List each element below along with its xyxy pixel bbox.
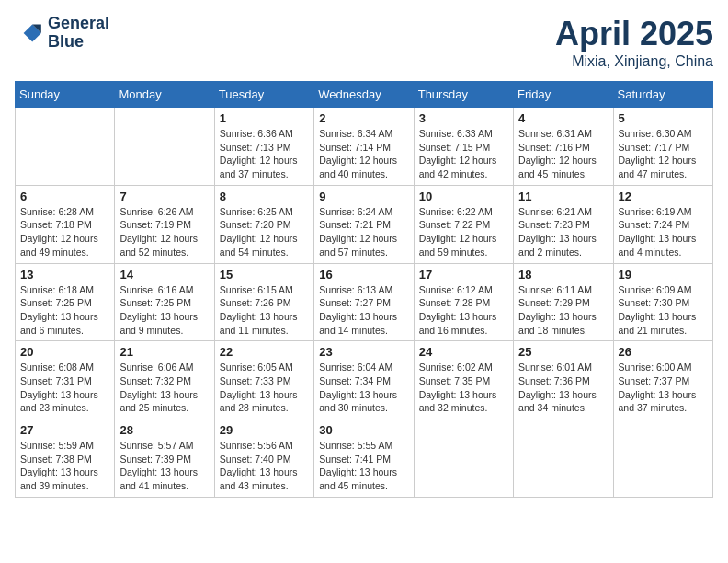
day-detail: Sunrise: 6:04 AMSunset: 7:34 PMDaylight:… <box>319 361 408 415</box>
calendar-cell: 14Sunrise: 6:16 AMSunset: 7:25 PMDayligh… <box>115 263 214 341</box>
day-detail: Sunrise: 6:12 AMSunset: 7:28 PMDaylight:… <box>419 283 508 338</box>
calendar-week-1: 1Sunrise: 6:36 AMSunset: 7:13 PMDaylight… <box>16 108 713 186</box>
calendar-cell: 9Sunrise: 6:24 AMSunset: 7:21 PMDaylight… <box>314 185 414 263</box>
day-number: 3 <box>419 111 508 125</box>
calendar-cell: 3Sunrise: 6:33 AMSunset: 7:15 PMDaylight… <box>414 108 513 186</box>
day-number: 12 <box>619 190 708 203</box>
day-detail: Sunrise: 6:08 AMSunset: 7:31 PMDaylight:… <box>20 361 109 415</box>
logo-text: General Blue <box>48 15 109 52</box>
day-number: 23 <box>319 345 408 359</box>
calendar-cell: 20Sunrise: 6:08 AMSunset: 7:31 PMDayligh… <box>16 341 115 419</box>
day-detail: Sunrise: 5:59 AMSunset: 7:38 PMDaylight:… <box>20 439 109 493</box>
calendar-cell: 4Sunrise: 6:31 AMSunset: 7:16 PMDaylight… <box>514 108 613 186</box>
calendar-cell: 6Sunrise: 6:28 AMSunset: 7:18 PMDaylight… <box>16 185 115 263</box>
day-number: 17 <box>419 268 508 282</box>
day-number: 28 <box>119 423 209 437</box>
day-number: 19 <box>619 268 708 282</box>
calendar-cell: 28Sunrise: 5:57 AMSunset: 7:39 PMDayligh… <box>115 419 214 498</box>
day-detail: Sunrise: 5:55 AMSunset: 7:41 PMDaylight:… <box>319 439 408 493</box>
weekday-saturday: Saturday <box>613 82 712 108</box>
calendar-cell: 1Sunrise: 6:36 AMSunset: 7:13 PMDaylight… <box>214 108 313 186</box>
calendar-cell: 16Sunrise: 6:13 AMSunset: 7:27 PMDayligh… <box>314 263 414 341</box>
day-number: 4 <box>518 111 608 125</box>
day-detail: Sunrise: 5:57 AMSunset: 7:39 PMDaylight:… <box>119 439 209 493</box>
calendar-cell: 13Sunrise: 6:18 AMSunset: 7:25 PMDayligh… <box>16 263 115 341</box>
calendar-cell: 21Sunrise: 6:06 AMSunset: 7:32 PMDayligh… <box>115 341 214 419</box>
day-detail: Sunrise: 6:24 AMSunset: 7:21 PMDaylight:… <box>319 205 408 259</box>
day-detail: Sunrise: 6:21 AMSunset: 7:23 PMDaylight:… <box>518 205 608 259</box>
day-number: 22 <box>220 345 309 359</box>
day-number: 30 <box>319 423 408 437</box>
day-number: 15 <box>220 268 309 282</box>
day-number: 27 <box>20 423 109 437</box>
calendar-week-4: 20Sunrise: 6:08 AMSunset: 7:31 PMDayligh… <box>16 341 713 419</box>
day-number: 9 <box>319 190 408 203</box>
calendar-cell: 27Sunrise: 5:59 AMSunset: 7:38 PMDayligh… <box>16 419 115 498</box>
day-number: 10 <box>419 190 508 203</box>
weekday-tuesday: Tuesday <box>214 82 313 108</box>
calendar-cell <box>414 419 513 498</box>
calendar-cell: 8Sunrise: 6:25 AMSunset: 7:20 PMDaylight… <box>214 185 313 263</box>
day-detail: Sunrise: 6:01 AMSunset: 7:36 PMDaylight:… <box>518 361 608 415</box>
page-header: General Blue April 2025 Mixia, Xinjiang,… <box>15 15 713 70</box>
weekday-monday: Monday <box>115 82 214 108</box>
calendar-cell <box>514 419 613 498</box>
calendar-cell <box>16 108 115 186</box>
day-detail: Sunrise: 6:11 AMSunset: 7:29 PMDaylight:… <box>518 283 608 338</box>
day-number: 2 <box>319 111 408 125</box>
day-detail: Sunrise: 6:36 AMSunset: 7:13 PMDaylight:… <box>220 127 309 181</box>
calendar-cell: 11Sunrise: 6:21 AMSunset: 7:23 PMDayligh… <box>514 185 613 263</box>
logo: General Blue <box>15 15 109 52</box>
title-block: April 2025 Mixia, Xinjiang, China <box>555 15 713 70</box>
calendar-week-3: 13Sunrise: 6:18 AMSunset: 7:25 PMDayligh… <box>16 263 713 341</box>
calendar-table: SundayMondayTuesdayWednesdayThursdayFrid… <box>15 81 713 498</box>
day-detail: Sunrise: 6:34 AMSunset: 7:14 PMDaylight:… <box>319 127 408 181</box>
day-detail: Sunrise: 6:15 AMSunset: 7:26 PMDaylight:… <box>220 283 309 338</box>
calendar-cell: 30Sunrise: 5:55 AMSunset: 7:41 PMDayligh… <box>314 419 414 498</box>
calendar-week-2: 6Sunrise: 6:28 AMSunset: 7:18 PMDaylight… <box>16 185 713 263</box>
weekday-thursday: Thursday <box>414 82 513 108</box>
day-number: 16 <box>319 268 408 282</box>
calendar-cell: 26Sunrise: 6:00 AMSunset: 7:37 PMDayligh… <box>613 341 712 419</box>
weekday-friday: Friday <box>514 82 613 108</box>
calendar-cell: 12Sunrise: 6:19 AMSunset: 7:24 PMDayligh… <box>613 185 712 263</box>
day-number: 6 <box>20 190 109 203</box>
day-number: 14 <box>119 268 209 282</box>
calendar-cell <box>115 108 214 186</box>
calendar-week-5: 27Sunrise: 5:59 AMSunset: 7:38 PMDayligh… <box>16 419 713 498</box>
day-number: 26 <box>619 345 708 359</box>
day-detail: Sunrise: 6:13 AMSunset: 7:27 PMDaylight:… <box>319 283 408 338</box>
calendar-cell: 29Sunrise: 5:56 AMSunset: 7:40 PMDayligh… <box>214 419 313 498</box>
day-detail: Sunrise: 6:30 AMSunset: 7:17 PMDaylight:… <box>619 127 708 181</box>
location-title: Mixia, Xinjiang, China <box>555 53 713 70</box>
weekday-wednesday: Wednesday <box>314 82 414 108</box>
calendar-cell: 15Sunrise: 6:15 AMSunset: 7:26 PMDayligh… <box>214 263 313 341</box>
day-detail: Sunrise: 5:56 AMSunset: 7:40 PMDaylight:… <box>220 439 309 493</box>
day-number: 25 <box>518 345 608 359</box>
day-number: 21 <box>119 345 209 359</box>
day-detail: Sunrise: 6:02 AMSunset: 7:35 PMDaylight:… <box>419 361 508 415</box>
day-number: 11 <box>518 190 608 203</box>
day-detail: Sunrise: 6:00 AMSunset: 7:37 PMDaylight:… <box>619 361 708 415</box>
calendar-cell: 10Sunrise: 6:22 AMSunset: 7:22 PMDayligh… <box>414 185 513 263</box>
calendar-cell: 5Sunrise: 6:30 AMSunset: 7:17 PMDaylight… <box>613 108 712 186</box>
calendar-cell: 18Sunrise: 6:11 AMSunset: 7:29 PMDayligh… <box>514 263 613 341</box>
day-number: 5 <box>619 111 708 125</box>
day-number: 7 <box>119 190 209 203</box>
logo-icon <box>15 18 44 48</box>
day-detail: Sunrise: 6:31 AMSunset: 7:16 PMDaylight:… <box>518 127 608 181</box>
calendar-cell: 7Sunrise: 6:26 AMSunset: 7:19 PMDaylight… <box>115 185 214 263</box>
calendar-cell: 23Sunrise: 6:04 AMSunset: 7:34 PMDayligh… <box>314 341 414 419</box>
day-number: 20 <box>20 345 109 359</box>
calendar-cell: 2Sunrise: 6:34 AMSunset: 7:14 PMDaylight… <box>314 108 414 186</box>
day-detail: Sunrise: 6:18 AMSunset: 7:25 PMDaylight:… <box>20 283 109 338</box>
day-detail: Sunrise: 6:09 AMSunset: 7:30 PMDaylight:… <box>619 283 708 338</box>
day-detail: Sunrise: 6:28 AMSunset: 7:18 PMDaylight:… <box>20 205 109 259</box>
day-detail: Sunrise: 6:19 AMSunset: 7:24 PMDaylight:… <box>619 205 708 259</box>
day-detail: Sunrise: 6:25 AMSunset: 7:20 PMDaylight:… <box>220 205 309 259</box>
day-detail: Sunrise: 6:22 AMSunset: 7:22 PMDaylight:… <box>419 205 508 259</box>
calendar-cell <box>613 419 712 498</box>
weekday-header-row: SundayMondayTuesdayWednesdayThursdayFrid… <box>16 82 713 108</box>
calendar-cell: 22Sunrise: 6:05 AMSunset: 7:33 PMDayligh… <box>214 341 313 419</box>
calendar-cell: 25Sunrise: 6:01 AMSunset: 7:36 PMDayligh… <box>514 341 613 419</box>
